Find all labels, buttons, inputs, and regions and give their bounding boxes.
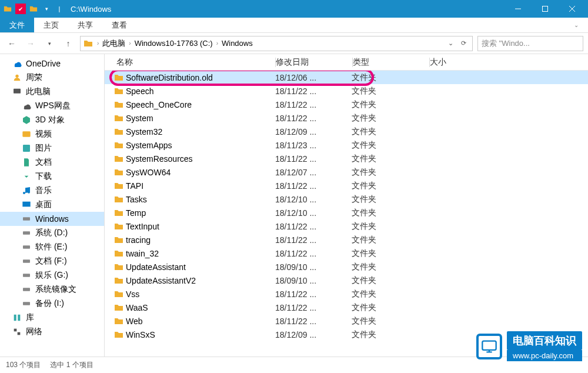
folder-icon <box>113 208 125 218</box>
file-row[interactable]: Tasks 18/12/10 ... 文件夹 <box>105 192 588 206</box>
breadcrumb[interactable]: › 此电脑 › Windows10-17763 (C:) › Windows ⌄… <box>80 36 473 51</box>
search-input[interactable]: 搜索 "Windo... <box>477 36 583 51</box>
qa-folder-icon[interactable] <box>2 4 13 14</box>
file-type: 文件夹 <box>352 275 428 286</box>
file-name: System <box>125 114 275 123</box>
tree-item[interactable]: OneDrive <box>0 56 104 71</box>
chevron-right-icon[interactable]: › <box>93 40 102 46</box>
tree-item-label: 软件 (E:) <box>35 242 67 252</box>
file-row[interactable]: TextInput 18/11/22 ... 文件夹 <box>105 219 588 233</box>
ribbon-tabs: 文件 主页 共享 查看 ⌄ <box>0 18 588 33</box>
nav-forward-button[interactable]: → <box>24 36 38 51</box>
svg-rect-17 <box>482 341 496 349</box>
tree-item[interactable]: 备份 (I:) <box>0 297 104 311</box>
tree-item[interactable]: 系统镜像文 <box>0 282 104 297</box>
tree-item[interactable]: 文档 (F:) <box>0 254 104 268</box>
cloud-icon <box>12 58 22 69</box>
tree-item[interactable]: 系统 (D:) <box>0 226 104 240</box>
file-row[interactable]: Speech_OneCore 18/11/22 ... 文件夹 <box>105 98 588 111</box>
file-date: 18/11/22 ... <box>275 222 352 231</box>
file-type: 文件夹 <box>352 194 428 205</box>
breadcrumb-dropdown-icon[interactable]: ⌄ <box>444 39 457 47</box>
tree-item[interactable]: 娱乐 (G:) <box>0 268 104 282</box>
file-type: 文件夹 <box>352 316 428 327</box>
nav-up-button[interactable]: ↑ <box>61 36 75 51</box>
file-row[interactable]: twain_32 18/11/22 ... 文件夹 <box>105 247 588 260</box>
nav-back-button[interactable]: ← <box>5 36 19 51</box>
qa-folder2-icon[interactable] <box>28 4 39 14</box>
svg-point-1 <box>15 75 18 78</box>
breadcrumb-item[interactable]: 此电脑 <box>102 38 125 49</box>
file-row[interactable]: SysWOW64 18/12/07 ... 文件夹 <box>105 165 588 179</box>
file-row[interactable]: UpdateAssistantV2 18/09/10 ... 文件夹 <box>105 274 588 287</box>
file-date: 18/11/22 ... <box>275 235 352 245</box>
tree-item[interactable]: 3D 对象 <box>0 113 104 127</box>
file-row[interactable]: tracing 18/11/22 ... 文件夹 <box>105 233 588 247</box>
nav-recent-dropdown[interactable]: ▾ <box>42 36 56 51</box>
disk-icon <box>21 242 32 252</box>
tab-view[interactable]: 查看 <box>102 18 136 32</box>
tree-item[interactable]: 桌面 <box>0 198 104 212</box>
file-row[interactable]: SystemApps 18/11/23 ... 文件夹 <box>105 138 588 152</box>
breadcrumb-item[interactable]: Windows10-17763 (C:) <box>135 39 213 48</box>
file-row[interactable]: SystemResources 18/11/22 ... 文件夹 <box>105 152 588 165</box>
file-row[interactable]: TAPI 18/11/22 ... 文件夹 <box>105 179 588 192</box>
watermark: 电脑百科知识 www.pc-daily.com <box>476 331 582 361</box>
column-date[interactable]: 修改日期 <box>276 57 352 68</box>
tree-item[interactable]: Windows <box>0 212 104 226</box>
chevron-right-icon[interactable]: › <box>125 40 134 46</box>
file-date: 18/11/23 ... <box>275 141 352 150</box>
tree-item[interactable]: 周荣 <box>0 71 104 85</box>
tree-item-label: 3D 对象 <box>35 115 65 125</box>
file-row[interactable]: UpdateAssistant 18/09/10 ... 文件夹 <box>105 260 588 274</box>
file-row[interactable]: System 18/11/22 ... 文件夹 <box>105 111 588 125</box>
folder-icon <box>113 141 125 150</box>
file-name: UpdateAssistant <box>125 262 275 272</box>
tree-item[interactable]: 音乐 <box>0 184 104 198</box>
tree-item[interactable]: 图片 <box>0 141 104 155</box>
file-row[interactable]: Temp 18/12/10 ... 文件夹 <box>105 206 588 219</box>
column-name[interactable]: 名称 <box>105 57 275 68</box>
chevron-right-icon[interactable]: › <box>213 40 222 46</box>
column-size[interactable]: 大小 <box>430 57 489 68</box>
tab-file[interactable]: 文件 <box>0 18 34 32</box>
refresh-icon[interactable]: ⟳ <box>457 39 470 47</box>
file-date: 18/09/10 ... <box>275 262 352 272</box>
svg-point-6 <box>28 191 30 194</box>
tree-item[interactable]: 软件 (E:) <box>0 240 104 254</box>
navigation-tree[interactable]: OneDrive周荣此电脑WPS网盘3D 对象视频图片文档下载音乐桌面Windo… <box>0 54 105 357</box>
file-row[interactable]: System32 18/12/09 ... 文件夹 <box>105 125 588 138</box>
ribbon-expand-icon[interactable]: ⌄ <box>564 18 588 32</box>
tree-item[interactable]: 此电脑 <box>0 85 104 99</box>
tab-share[interactable]: 共享 <box>68 18 102 32</box>
tree-item[interactable]: WPS网盘 <box>0 99 104 113</box>
file-row[interactable]: Speech 18/11/22 ... 文件夹 <box>105 84 588 98</box>
column-type[interactable]: 类型 <box>353 57 429 68</box>
tree-item-label: 网络 <box>26 327 42 337</box>
folder-icon <box>113 100 125 109</box>
file-row[interactable]: Web 18/11/22 ... 文件夹 <box>105 314 588 328</box>
minimize-button[interactable] <box>505 0 532 18</box>
tree-item[interactable]: 文档 <box>0 155 104 169</box>
tree-item[interactable]: 视频 <box>0 127 104 141</box>
qa-dropdown-icon[interactable]: ▾ <box>41 4 52 14</box>
tree-item[interactable]: 网络 <box>0 325 104 339</box>
qa-check-icon[interactable]: ✔ <box>15 4 26 14</box>
file-name: TextInput <box>125 222 275 231</box>
file-row[interactable]: Vss 18/11/22 ... 文件夹 <box>105 287 588 301</box>
desktop-icon <box>21 199 32 210</box>
tree-item-label: 系统 (D:) <box>35 228 68 238</box>
tree-item[interactable]: 下载 <box>0 169 104 184</box>
tab-home[interactable]: 主页 <box>34 18 68 32</box>
svg-rect-2 <box>14 89 21 94</box>
net-icon <box>12 327 22 337</box>
maximize-button[interactable] <box>532 0 559 18</box>
file-type: 文件夹 <box>352 248 428 259</box>
close-button[interactable] <box>559 0 586 18</box>
watermark-brand: 电脑百科知识 <box>507 331 582 350</box>
file-list[interactable]: SoftwareDistribution.old 18/12/06 ... 文件… <box>105 71 588 357</box>
file-row[interactable]: WaaS 18/11/22 ... 文件夹 <box>105 301 588 314</box>
breadcrumb-item[interactable]: Windows <box>222 39 253 48</box>
tree-item[interactable]: 库 <box>0 311 104 325</box>
file-row[interactable]: SoftwareDistribution.old 18/12/06 ... 文件… <box>105 71 588 84</box>
